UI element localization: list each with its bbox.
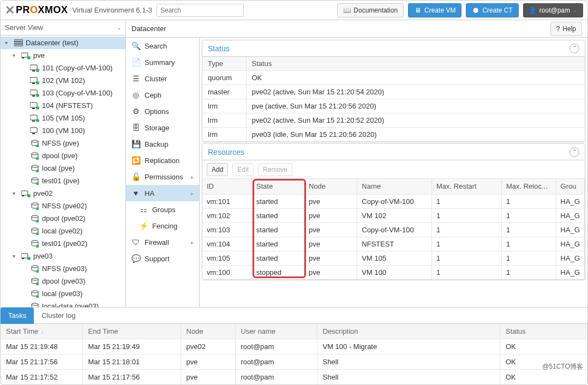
tree-item[interactable]: ▾pve	[1, 49, 125, 62]
res-col-state[interactable]: State	[251, 179, 304, 194]
collapse-icon[interactable]: ⌃	[569, 44, 579, 53]
task-col-start[interactable]: Start Time ↓	[1, 324, 82, 339]
tree-item-label: 101 (Copy-of-VM-100)	[42, 64, 112, 72]
svg-rect-43	[22, 258, 24, 259]
tab-cluster-log[interactable]: Cluster log	[34, 308, 83, 324]
res-col-name[interactable]: Name	[357, 179, 432, 194]
resource-row[interactable]: vm:104startedpveNFSTEST11HA_G	[202, 237, 585, 251]
task-row[interactable]: Mar 15 21:17:56Mar 15 21:18:01pveroot@pa…	[1, 354, 587, 370]
submenu-item-firewall[interactable]: 🛡Firewall▸	[126, 234, 199, 250]
collapse-icon[interactable]: ⌃	[569, 147, 579, 157]
submenu-item-ceph[interactable]: ◎Ceph	[126, 87, 199, 103]
replication-icon: 🔁	[131, 156, 140, 165]
tree-item[interactable]: dpool (pve02)	[1, 212, 125, 225]
tree-item[interactable]: NFSS (pve)	[1, 137, 125, 149]
res-node: pve	[304, 208, 357, 222]
tree-item[interactable]: test01 (pve02)	[1, 237, 125, 250]
tree-item[interactable]: ▾pve03	[1, 250, 125, 262]
svg-rect-31	[21, 191, 28, 195]
resource-row[interactable]: vm:100stoppedpveVM 10011HA_G	[202, 265, 585, 279]
submenu-item-summary[interactable]: 📄Summary	[126, 54, 199, 70]
resource-row[interactable]: vm:102startedpveVM 10211HA_G	[202, 208, 585, 222]
tree-item[interactable]: local (pve03)	[1, 287, 125, 300]
view-selector[interactable]: Server View ⌄	[1, 20, 125, 35]
status-row[interactable]: masterpve02 (active, Sun Mar 15 21:20:54…	[202, 85, 585, 99]
storage-icon	[30, 227, 40, 235]
status-row[interactable]: lrmpve02 (active, Sun Mar 15 21:20:52 20…	[202, 113, 585, 128]
submenu-item-backup[interactable]: 💾Backup	[126, 136, 199, 152]
tree-item[interactable]: 102 (VM 102)	[1, 74, 125, 87]
help-button[interactable]: ? Help	[550, 22, 582, 36]
tree-item[interactable]: 100 (VM 100)	[1, 124, 125, 137]
task-col-end[interactable]: End Time	[82, 324, 181, 339]
res-col-maxrestart[interactable]: Max. Restart	[431, 179, 501, 194]
tree-item[interactable]: 103 (Copy-of-VM-100)	[1, 87, 125, 99]
res-col-id[interactable]: ID	[202, 179, 251, 194]
tree-item[interactable]: local (pve02)	[1, 225, 125, 237]
task-col-user[interactable]: User name	[235, 324, 317, 339]
submenu-item-permissions[interactable]: 🔓Permissions▸	[126, 169, 199, 185]
svg-rect-13	[32, 95, 35, 97]
tree-item-label: local (pve)	[42, 164, 75, 172]
res-col-node[interactable]: Node	[304, 179, 357, 194]
res-id: vm:101	[202, 194, 251, 208]
svg-point-14	[36, 94, 39, 97]
res-id: vm:100	[202, 265, 251, 279]
tree-item[interactable]: local-data (pve03)	[1, 300, 125, 307]
res-id: vm:105	[202, 251, 251, 265]
res-maxreloc: 1	[501, 222, 556, 237]
create-ct-button[interactable]: ⬢Create CT	[466, 3, 518, 17]
status-col-type[interactable]: Type	[202, 57, 246, 71]
support-icon: 💬	[131, 254, 140, 263]
status-row[interactable]: lrmpve (active, Sun Mar 15 21:20:56 2020…	[202, 99, 585, 113]
tree-item[interactable]: ▾pve02	[1, 187, 125, 200]
resource-row[interactable]: vm:103startedpveCopy-of-VM-10011HA_G	[202, 222, 585, 237]
tree-item[interactable]: ▾Datacenter (test)	[1, 37, 125, 49]
submenu-item-storage[interactable]: 🗄Storage	[126, 119, 199, 136]
res-col-group[interactable]: Grou	[556, 179, 584, 194]
submenu-item-groups[interactable]: ⚏Groups	[126, 201, 199, 218]
status-type: lrm	[202, 99, 246, 113]
status-row[interactable]: quorumOK	[202, 71, 585, 85]
tree-item[interactable]: local (pve)	[1, 162, 125, 175]
documentation-button[interactable]: 📖Documentation	[337, 3, 404, 17]
tree-item[interactable]: NFSS (pve03)	[1, 262, 125, 275]
user-menu-button[interactable]: 👤root@pam⌄	[523, 3, 583, 17]
submenu-item-search[interactable]: 🔍Search	[126, 38, 199, 54]
tree-item[interactable]: NFSS (pve02)	[1, 200, 125, 212]
submenu-item-fencing[interactable]: ⚡Fencing	[126, 218, 199, 234]
submenu-item-label: Firewall	[145, 238, 169, 246]
res-col-maxreloc[interactable]: Max. Reloc...	[501, 179, 556, 194]
monitor-icon: 🖥	[414, 7, 422, 14]
tree-item[interactable]: 101 (Copy-of-VM-100)	[1, 62, 125, 74]
submenu-item-replication[interactable]: 🔁Replication	[126, 152, 199, 169]
submenu-item-ha[interactable]: ♥HA▸	[126, 185, 199, 201]
create-vm-button[interactable]: 🖥Create VM	[408, 3, 461, 17]
submenu-item-options[interactable]: ⚙Options	[126, 103, 199, 119]
task-row[interactable]: Mar 15 21:19:48Mar 15 21:19:49pve02root@…	[1, 339, 587, 354]
resource-row[interactable]: vm:101startedpveCopy-of-VM-10011HA_G	[202, 194, 585, 208]
task-col-status[interactable]: Status	[500, 324, 587, 339]
submenu-item-cluster[interactable]: ☰Cluster	[126, 70, 199, 87]
tab-tasks[interactable]: Tasks	[1, 308, 34, 324]
tree-item[interactable]: dpool (pve)	[1, 149, 125, 162]
storage-icon	[30, 165, 40, 172]
resource-row[interactable]: vm:105startedpveVM 10511HA_G	[202, 251, 585, 265]
tree-item[interactable]: 105 (VM 105)	[1, 112, 125, 124]
task-row[interactable]: Mar 15 21:17:52Mar 15 21:17:56pveroot@pa…	[1, 370, 587, 385]
svg-point-51	[32, 303, 38, 305]
task-col-desc[interactable]: Description	[317, 324, 500, 339]
tree-item[interactable]: dpool (pve03)	[1, 275, 125, 287]
tree-item[interactable]: test01 (pve)	[1, 175, 125, 187]
search-input[interactable]	[157, 4, 244, 17]
task-col-node[interactable]: Node	[181, 324, 235, 339]
tree-item[interactable]: 104 (NFSTEST)	[1, 99, 125, 112]
submenu-item-support[interactable]: 💬Support	[126, 250, 199, 267]
chevron-right-icon: ▸	[191, 174, 194, 180]
status-row[interactable]: lrmpve03 (idle, Sun Mar 15 21:20:56 2020…	[202, 128, 585, 142]
svg-point-37	[36, 220, 39, 222]
storage-icon: 🗄	[131, 123, 140, 132]
add-button[interactable]: Add	[207, 163, 228, 176]
svg-point-47	[32, 278, 38, 280]
status-col-status[interactable]: Status	[246, 57, 585, 71]
